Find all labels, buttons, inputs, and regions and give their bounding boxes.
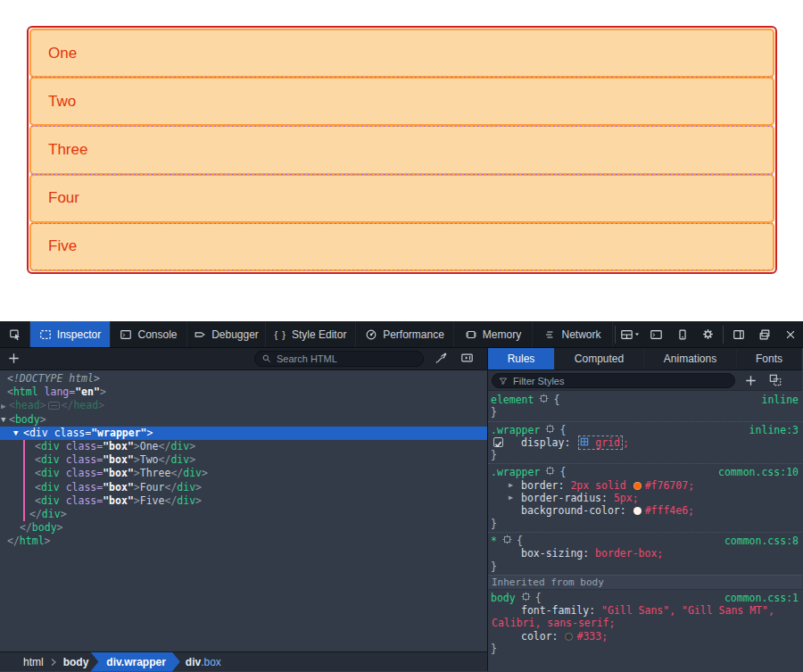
sidebar-tab-rules[interactable]: Rules [488, 348, 555, 369]
rule-source-link[interactable]: common.css:1 [724, 592, 799, 604]
color-swatch[interactable] [633, 482, 642, 490]
sidebar-tab-fonts[interactable]: Fonts [737, 348, 802, 369]
sidebar-icon[interactable] [725, 321, 751, 348]
paint-flashing-button[interactable] [460, 352, 474, 367]
css-rule: .wrapper{inline:3display: grid;} [488, 421, 802, 464]
pseudo-class-button[interactable] [769, 374, 782, 389]
dock-icon[interactable] [617, 321, 643, 348]
sidebar-tab-computed[interactable]: Computed [555, 348, 644, 369]
browser-viewport: OneTwoThreeFourFive [0, 0, 803, 321]
sidebar-tabs: RulesComputedAnimationsFonts [488, 348, 802, 370]
selector-highlighter-icon[interactable] [502, 535, 512, 547]
devtools-tab-network[interactable]: Network [533, 321, 613, 347]
color-swatch[interactable] [633, 507, 642, 515]
css-rule: .wrapper{common.css:10▶border: 2px solid… [488, 463, 802, 531]
rules-view: element{inline}.wrapper{inline:3display:… [488, 391, 802, 671]
markup-view: <!DOCTYPE html><html lang="en">▶<head></… [0, 370, 487, 651]
add-node-button[interactable] [7, 352, 21, 368]
markup-row[interactable]: </div> [0, 508, 487, 521]
devtools-tab-inspector[interactable]: Inspector [30, 321, 111, 347]
collapsed-content-badge[interactable] [48, 402, 60, 410]
memory-icon [465, 328, 477, 341]
add-rule-button[interactable] [744, 374, 757, 390]
rule-selector[interactable]: .wrapper [491, 424, 540, 436]
windows-icon[interactable] [751, 321, 777, 348]
selector-highlighter-icon[interactable] [521, 592, 531, 604]
markup-row[interactable]: <div class="box">Five</div> [0, 494, 487, 508]
eyedropper-button[interactable] [435, 352, 448, 367]
debugger-icon [194, 328, 206, 341]
selector-highlighter-icon[interactable] [545, 424, 555, 436]
search-icon [261, 353, 272, 364]
expand-arrow-icon[interactable]: ▶ [509, 479, 513, 492]
devtools-tab-console[interactable]: Console [111, 321, 187, 347]
css-declaration-wrap: Calibri, sans-serif; [488, 617, 802, 629]
rule-selector[interactable]: element [491, 394, 534, 406]
devtools-tabbar: InspectorConsoleDebugger{ }Style EditorP… [0, 321, 803, 348]
css-declaration[interactable]: ▶border-radius: 5px; [488, 492, 802, 504]
performance-icon [365, 328, 377, 341]
markup-row[interactable]: ▼<body> [0, 413, 487, 427]
markup-row[interactable]: <div class="box">Three</div> [0, 467, 487, 480]
split-console-icon[interactable] [643, 321, 669, 348]
selector-highlighter-icon[interactable] [539, 394, 549, 406]
breadcrumb-item[interactable]: div.box [180, 656, 227, 668]
css-rule: element{inline} [488, 392, 802, 421]
rule-source-link[interactable]: common.css:8 [724, 535, 799, 547]
selector-highlighter-icon[interactable] [545, 466, 555, 478]
devtools-tab-style-editor[interactable]: { }Style Editor [266, 321, 356, 347]
network-icon [543, 328, 556, 341]
style-editor-icon: { } [275, 329, 286, 340]
devtools-panel: InspectorConsoleDebugger{ }Style EditorP… [0, 321, 803, 672]
devtools-tab-memory[interactable]: Memory [454, 321, 533, 347]
grid-box: Three [29, 125, 774, 174]
search-html-input[interactable]: Search HTML [254, 351, 424, 367]
filter-styles-input[interactable]: Filter Styles [492, 373, 735, 388]
devtools-tab-performance[interactable]: Performance [356, 321, 454, 347]
css-rule: body{common.css:1font-family: "Gill Sans… [488, 590, 802, 657]
markup-row[interactable]: <!DOCTYPE html> [0, 372, 487, 386]
css-declaration[interactable]: display: grid; [488, 436, 802, 449]
markup-row[interactable]: <div class="box">One</div> [0, 440, 487, 453]
inspector-icon [39, 328, 52, 341]
devtools-tab-debugger[interactable]: Debugger [187, 321, 266, 347]
css-declaration[interactable]: ▶border: 2px solid #f76707; [488, 479, 802, 492]
breadcrumb-item[interactable]: body [58, 656, 95, 668]
markup-row-selected[interactable]: ▼<div class="wrapper"> [0, 427, 487, 440]
css-declaration[interactable]: color: #333; [488, 630, 802, 643]
settings-icon[interactable] [695, 321, 721, 348]
rule-source-link[interactable]: common.css:10 [718, 466, 799, 478]
css-rule: *{common.css:8box-sizing: border-box;} [488, 532, 802, 575]
sidebar-tab-animations[interactable]: Animations [644, 348, 737, 369]
rule-selector[interactable]: .wrapper [491, 466, 540, 478]
rule-source-link[interactable]: inline:3 [749, 424, 799, 436]
css-declaration[interactable]: background-color: #fff4e6; [488, 504, 802, 517]
markup-row[interactable]: </body> [0, 521, 487, 535]
markup-row[interactable]: <div class="box">Four</div> [0, 481, 487, 494]
grid-box: One [29, 29, 774, 78]
breadcrumb-item-selected[interactable]: div.wrapper [90, 652, 179, 672]
rule-source-link[interactable]: inline [761, 394, 799, 406]
responsive-icon[interactable] [669, 321, 695, 348]
grid-highlighter-icon[interactable] [580, 436, 589, 449]
markup-row[interactable]: ▶<head></head> [0, 399, 487, 412]
rule-selector[interactable]: body [491, 592, 516, 604]
grid-box: Four [29, 174, 774, 223]
declaration-checkbox[interactable] [493, 437, 503, 447]
color-swatch[interactable] [565, 633, 573, 641]
markup-row[interactable]: <div class="box">Two</div> [0, 453, 487, 467]
filter-icon [498, 376, 509, 386]
markup-row[interactable]: <html lang="en"> [0, 386, 487, 399]
markup-row[interactable]: </html> [0, 535, 487, 548]
pick-element-button[interactable] [0, 321, 30, 347]
grid-box: Five [29, 222, 774, 271]
grid-box: Two [29, 77, 774, 126]
breadcrumb-item[interactable]: html [18, 656, 49, 668]
css-declaration[interactable]: box-sizing: border-box; [488, 547, 802, 560]
expand-arrow-icon[interactable]: ▶ [509, 492, 513, 504]
close-icon[interactable] [777, 321, 803, 348]
rule-selector[interactable]: * [491, 535, 497, 547]
chevron-right-icon [50, 658, 57, 667]
css-declaration[interactable]: font-family: "Gill Sans", "Gill Sans MT"… [488, 604, 802, 617]
grid-wrapper: OneTwoThreeFourFive [27, 26, 777, 274]
